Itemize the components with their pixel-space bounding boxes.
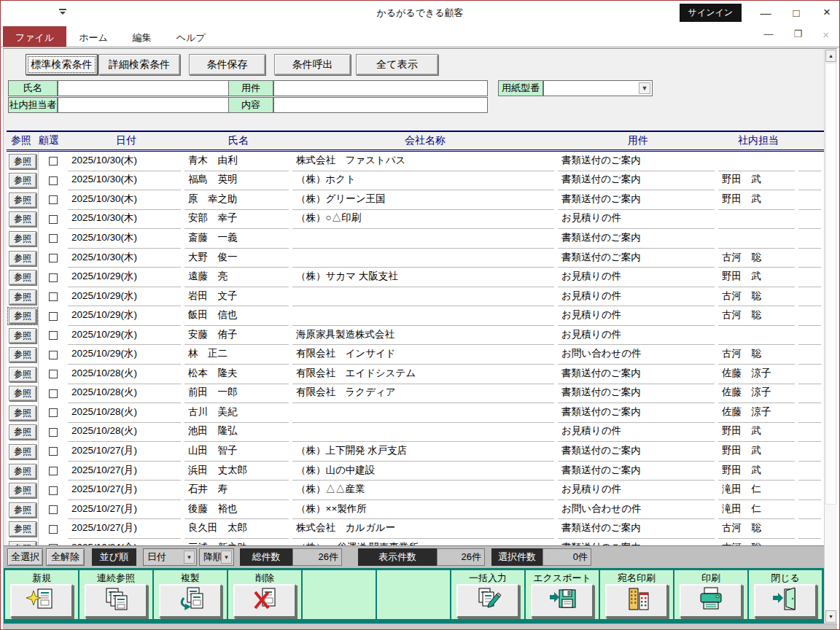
- エクスポート-button[interactable]: [531, 584, 594, 618]
- load-condition-button[interactable]: 条件呼出: [274, 54, 351, 75]
- tab-help[interactable]: ヘルプ: [164, 26, 218, 47]
- row-subject: お見積りの件: [558, 481, 715, 500]
- scroll-down-icon[interactable]: ▼: [825, 610, 836, 623]
- sign-in-button[interactable]: サインイン: [680, 4, 742, 22]
- row-select-checkbox[interactable]: [49, 234, 58, 243]
- 宛名印刷-button[interactable]: [605, 584, 668, 618]
- row-select-checkbox[interactable]: [49, 486, 58, 495]
- row-ref-button[interactable]: 参照: [9, 502, 36, 518]
- child-restore-icon[interactable]: ❐: [794, 28, 803, 41]
- toolbar-cell: エクスポート: [526, 570, 599, 619]
- maximize-icon[interactable]: □: [790, 7, 803, 19]
- name-filter-label: 氏名: [8, 80, 58, 96]
- row-company: （株）グリーン王国: [292, 190, 554, 210]
- row-select-checkbox[interactable]: [49, 525, 58, 534]
- row-ref-button[interactable]: 参照: [9, 347, 36, 362]
- table-row: 参照2025/10/28(火)池田 隆弘お見積りの件野田 武: [7, 423, 825, 443]
- row-extra-cell: [798, 268, 821, 287]
- 印刷-button[interactable]: [680, 584, 742, 618]
- row-select-checkbox[interactable]: [49, 254, 58, 262]
- 連続参照-button[interactable]: [85, 584, 147, 618]
- row-select-checkbox[interactable]: [49, 331, 58, 340]
- row-select-checkbox[interactable]: [49, 312, 58, 321]
- row-ref-button[interactable]: 参照: [9, 405, 36, 421]
- row-ref-button[interactable]: 参照: [9, 328, 36, 343]
- child-minimize-icon[interactable]: —: [764, 28, 774, 41]
- row-ref-button[interactable]: 参照: [9, 483, 36, 498]
- row-ref-button[interactable]: 参照: [9, 386, 36, 401]
- toolbar-empty-cell: [377, 570, 450, 619]
- row-ref-button[interactable]: 参照: [9, 251, 36, 266]
- chevron-down-icon[interactable]: ▼: [184, 551, 195, 564]
- row-ref-button[interactable]: 参照: [9, 192, 36, 208]
- sort-order-combo[interactable]: 降順 ▼: [199, 548, 234, 566]
- row-subject: 書類送付のご案内: [558, 152, 715, 171]
- row-ref-button[interactable]: 参照: [9, 231, 36, 246]
- row-ref-button[interactable]: 参照: [9, 270, 36, 285]
- chevron-down-icon[interactable]: ▼: [639, 82, 650, 94]
- scroll-up-icon[interactable]: ▲: [825, 50, 836, 62]
- ref-column: 参照: [7, 326, 39, 346]
- toolbar-button-label: 閉じる: [749, 570, 822, 583]
- select-all-button[interactable]: 全選択: [7, 548, 43, 566]
- row-select-checkbox[interactable]: [49, 389, 58, 398]
- row-select-checkbox[interactable]: [49, 408, 58, 417]
- row-ref-button[interactable]: 参照: [9, 308, 36, 324]
- vertical-scrollbar[interactable]: ▲ ▼: [824, 49, 837, 623]
- staff-filter-combo[interactable]: ▼: [58, 97, 243, 113]
- chevron-down-icon[interactable]: ▼: [221, 551, 232, 564]
- row-ref-button[interactable]: 参照: [9, 211, 36, 227]
- row-select-checkbox[interactable]: [49, 176, 58, 185]
- row-select-checkbox[interactable]: [49, 273, 58, 282]
- 複製-button[interactable]: [159, 584, 222, 618]
- row-select-checkbox[interactable]: [49, 215, 58, 224]
- sort-field-combo[interactable]: 日付 ▼: [143, 548, 197, 566]
- standard-search-button[interactable]: 標準検索条件: [26, 54, 98, 75]
- name-filter-input[interactable]: [58, 80, 243, 96]
- content-filter-input[interactable]: [273, 97, 488, 113]
- 新規-button[interactable]: [10, 584, 73, 618]
- row-name: 岩田 文子: [184, 287, 289, 307]
- row-select-checkbox[interactable]: [49, 447, 58, 456]
- export-floppy-icon: [547, 586, 578, 615]
- tab-edit[interactable]: 編集: [120, 26, 164, 47]
- row-select-checkbox[interactable]: [49, 505, 58, 514]
- row-ref-button[interactable]: 参照: [9, 464, 36, 479]
- save-condition-button[interactable]: 条件保存: [189, 54, 265, 75]
- row-subject: お問い合わせの件: [558, 500, 715, 520]
- tab-home[interactable]: ホーム: [66, 26, 120, 47]
- table-row: 参照2025/10/30(木)青木 由利株式会社 ファストパス書類送付のご案内: [7, 152, 825, 171]
- row-select-checkbox[interactable]: [49, 195, 58, 204]
- clear-all-button[interactable]: 全解除: [46, 548, 85, 566]
- row-select-checkbox[interactable]: [49, 467, 58, 475]
- child-close-icon[interactable]: ×: [822, 28, 829, 41]
- row-select-checkbox[interactable]: [49, 351, 58, 359]
- 閉じる-button[interactable]: [754, 584, 817, 618]
- tab-file[interactable]: ファイル: [3, 26, 66, 47]
- ref-column: 参照: [7, 249, 39, 268]
- select-column: [39, 365, 68, 384]
- row-select-checkbox[interactable]: [49, 292, 58, 301]
- row-staff: [718, 210, 795, 230]
- row-ref-button[interactable]: 参照: [9, 154, 36, 169]
- row-date: 2025/10/27(月): [68, 500, 181, 520]
- 削除-button[interactable]: [233, 584, 296, 618]
- show-all-button[interactable]: 全て表示: [356, 54, 438, 75]
- row-ref-button[interactable]: 参照: [9, 444, 36, 459]
- scrollbar-thumb[interactable]: [825, 63, 836, 505]
- paper-type-combo[interactable]: ▼: [543, 80, 653, 96]
- row-ref-button[interactable]: 参照: [9, 173, 36, 188]
- subject-filter-input[interactable]: [273, 80, 488, 96]
- 一括入力-button[interactable]: [456, 584, 519, 618]
- row-ref-button[interactable]: 参照: [9, 424, 36, 440]
- detail-search-button[interactable]: 詳細検索条件: [98, 54, 180, 75]
- row-ref-button[interactable]: 参照: [9, 521, 36, 537]
- minimize-icon[interactable]: —: [759, 7, 772, 19]
- ref-column: 参照: [7, 539, 39, 545]
- close-icon[interactable]: ×: [820, 5, 833, 20]
- row-select-checkbox[interactable]: [49, 157, 58, 166]
- row-select-checkbox[interactable]: [49, 370, 58, 378]
- row-ref-button[interactable]: 参照: [9, 289, 36, 305]
- row-ref-button[interactable]: 参照: [9, 367, 36, 382]
- row-select-checkbox[interactable]: [49, 428, 58, 437]
